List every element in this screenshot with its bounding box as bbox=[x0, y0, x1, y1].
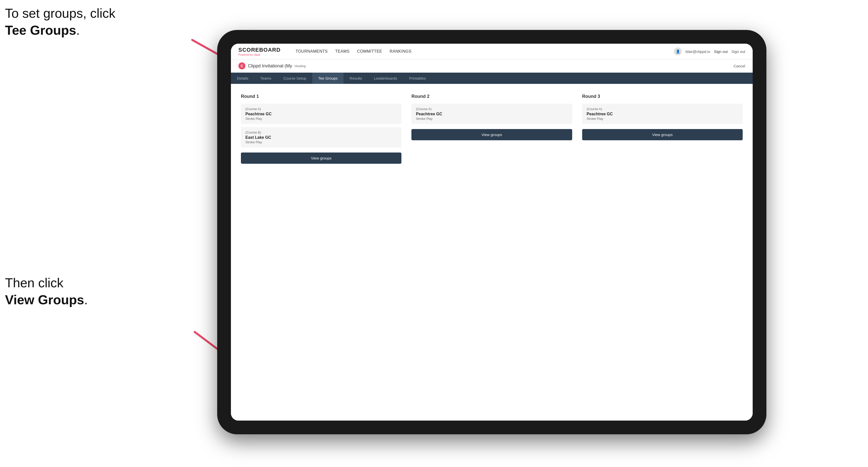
round-3-course-a-name: Peachtree GC bbox=[587, 112, 738, 116]
instruction-bottom-suffix: . bbox=[84, 292, 88, 307]
round-1-course-a-format: Stroke Play bbox=[245, 117, 397, 121]
round-1-title: Round 1 bbox=[241, 94, 401, 99]
sign-out-link[interactable]: Sign out bbox=[714, 50, 728, 54]
logo-text: SCOREBOARD bbox=[239, 47, 281, 53]
tab-printables[interactable]: Printables bbox=[403, 73, 432, 84]
user-email: blair@clippd.io bbox=[685, 50, 710, 54]
round-1-course-a-label: (Course A) bbox=[245, 107, 397, 111]
sub-header: C Clippd Invitational (My Hosting Cancel bbox=[231, 59, 753, 73]
instruction-top: To set groups, click Tee Groups. bbox=[5, 5, 115, 39]
round-1-course-b-label: (Course B) bbox=[245, 130, 397, 134]
round-1-course-b-format: Stroke Play bbox=[245, 140, 397, 144]
round-2-course-a-name: Peachtree GC bbox=[416, 112, 567, 116]
tab-leaderboards[interactable]: Leaderboards bbox=[368, 73, 403, 84]
round-1-course-b-name: East Lake GC bbox=[245, 135, 397, 140]
tab-teams[interactable]: Teams bbox=[254, 73, 277, 84]
tournament-logo: C bbox=[239, 62, 245, 69]
tournament-name: Clippd Invitational (My bbox=[248, 63, 292, 69]
nav-tournaments[interactable]: TOURNAMENTS bbox=[296, 49, 328, 54]
round-3-course-a-card: (Course A) Peachtree GC Stroke Play bbox=[582, 103, 743, 124]
round-1-course-a-card: (Course A) Peachtree GC Stroke Play bbox=[241, 103, 401, 124]
round-2-column: Round 2 (Course A) Peachtree GC Stroke P… bbox=[411, 94, 572, 164]
round-3-title: Round 3 bbox=[582, 94, 743, 99]
round-1-view-groups-button[interactable]: View groups bbox=[241, 153, 401, 164]
logo: SCOREBOARD Powered by clippt bbox=[239, 47, 281, 56]
nav-committee[interactable]: COMMITTEE bbox=[357, 49, 382, 54]
round-3-course-a-label: (Course A) bbox=[587, 107, 738, 111]
nav-rankings[interactable]: RANKINGS bbox=[390, 49, 412, 54]
sign-out-text[interactable]: Sign out bbox=[732, 50, 745, 54]
tab-bar: Details Teams Course Setup Tee Groups Re… bbox=[231, 73, 753, 84]
user-avatar: 👤 bbox=[674, 48, 682, 55]
round-2-view-groups-button[interactable]: View groups bbox=[411, 129, 572, 140]
round-3-column: Round 3 (Course A) Peachtree GC Stroke P… bbox=[582, 94, 743, 164]
nav-teams[interactable]: TEAMS bbox=[335, 49, 350, 54]
instruction-top-bold: Tee Groups bbox=[5, 23, 76, 37]
instruction-top-line1: To set groups, click bbox=[5, 6, 115, 21]
tablet-screen: SCOREBOARD Powered by clippt TOURNAMENTS… bbox=[231, 44, 753, 421]
tournament-title: C Clippd Invitational (My Hosting bbox=[239, 62, 306, 69]
round-2-course-a-card: (Course A) Peachtree GC Stroke Play bbox=[411, 103, 572, 124]
round-3-view-groups-button[interactable]: View groups bbox=[582, 129, 743, 140]
cancel-button[interactable]: Cancel bbox=[734, 64, 745, 68]
tablet-frame: SCOREBOARD Powered by clippt TOURNAMENTS… bbox=[217, 30, 766, 434]
nav-right: 👤 blair@clippd.io Sign out Sign out bbox=[674, 48, 745, 55]
instruction-bottom-line1: Then click bbox=[5, 276, 63, 290]
round-2-course-a-label: (Course A) bbox=[416, 107, 567, 111]
main-content: Round 1 (Course A) Peachtree GC Stroke P… bbox=[231, 84, 753, 421]
tab-details[interactable]: Details bbox=[231, 73, 254, 84]
nav-links: TOURNAMENTS TEAMS COMMITTEE RANKINGS bbox=[296, 49, 664, 54]
round-1-course-b-card: (Course B) East Lake GC Stroke Play bbox=[241, 127, 401, 148]
round-1-column: Round 1 (Course A) Peachtree GC Stroke P… bbox=[241, 94, 401, 164]
tab-results[interactable]: Results bbox=[343, 73, 368, 84]
instruction-top-suffix: . bbox=[76, 23, 80, 37]
nav-bar: SCOREBOARD Powered by clippt TOURNAMENTS… bbox=[231, 44, 753, 59]
hosting-badge: Hosting bbox=[294, 64, 306, 68]
tab-course-setup[interactable]: Course Setup bbox=[277, 73, 312, 84]
instruction-bottom-bold: View Groups bbox=[5, 292, 84, 307]
round-2-course-a-format: Stroke Play bbox=[416, 117, 567, 121]
round-2-title: Round 2 bbox=[411, 94, 572, 99]
instruction-bottom: Then click View Groups. bbox=[5, 275, 88, 308]
round-3-course-a-format: Stroke Play bbox=[587, 117, 738, 121]
rounds-grid: Round 1 (Course A) Peachtree GC Stroke P… bbox=[241, 94, 743, 164]
logo-sub: Powered by clippt bbox=[239, 53, 281, 56]
round-1-course-a-name: Peachtree GC bbox=[245, 112, 397, 116]
tab-tee-groups[interactable]: Tee Groups bbox=[312, 73, 344, 84]
